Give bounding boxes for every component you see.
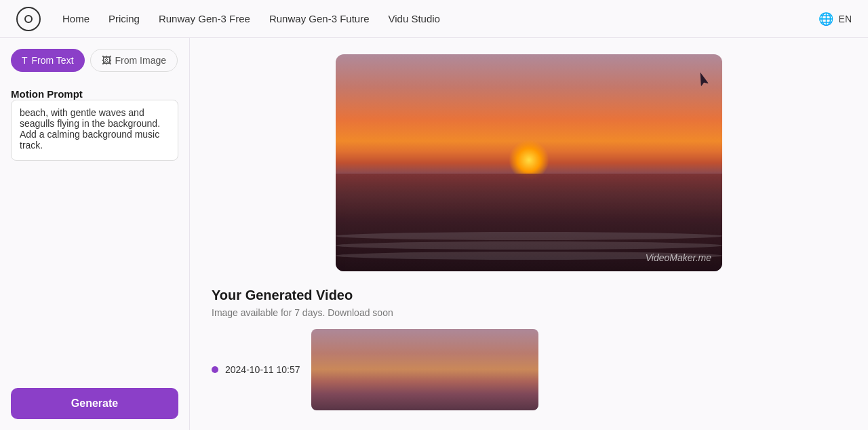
- watermark: VideoMaker.me: [646, 252, 711, 263]
- generated-thumb-overlay: [311, 329, 538, 410]
- nav-link-runway-gen3-future[interactable]: Runway Gen-3 Future: [269, 13, 370, 24]
- generated-title: Your Generated Video: [212, 288, 846, 303]
- generated-timestamp: 2024-10-11 10:57: [225, 364, 300, 375]
- video-preview-bg: VideoMaker.me: [336, 54, 722, 271]
- generated-section: Your Generated Video Image available for…: [212, 288, 846, 410]
- motion-prompt-section: Motion Prompt: [11, 83, 178, 163]
- app-logo[interactable]: [16, 7, 41, 31]
- generated-video-item: 2024-10-11 10:57: [212, 329, 846, 410]
- language-icon: 🌐: [818, 12, 833, 26]
- bird-silhouette: [696, 71, 709, 86]
- image-tab-icon: 🖼: [102, 55, 111, 66]
- content-area: VideoMaker.me Your Generated Video Image…: [190, 38, 868, 430]
- navbar: Home Pricing Runway Gen-3 Free Runway Ge…: [0, 0, 868, 38]
- tab-buttons: T From Text 🖼 From Image: [11, 49, 178, 72]
- bullet-dot: [212, 366, 218, 373]
- generated-thumb[interactable]: [311, 329, 538, 410]
- nav-link-vidu-studio[interactable]: Vidu Studio: [389, 13, 440, 24]
- from-text-label: From Text: [32, 55, 74, 66]
- timestamp-row: 2024-10-11 10:57: [212, 364, 300, 375]
- language-switcher[interactable]: 🌐 EN: [818, 12, 852, 26]
- from-text-tab[interactable]: T From Text: [11, 49, 85, 72]
- nav-link-runway-gen3-free[interactable]: Runway Gen-3 Free: [159, 13, 250, 24]
- from-image-tab[interactable]: 🖼 From Image: [90, 49, 178, 72]
- motion-prompt-label: Motion Prompt: [11, 88, 178, 100]
- wave-1: [336, 232, 722, 240]
- text-tab-icon: T: [22, 55, 28, 66]
- generated-thumb-bg: [311, 329, 538, 410]
- language-label: EN: [839, 14, 852, 24]
- main-layout: T From Text 🖼 From Image Motion Prompt G…: [0, 38, 868, 430]
- motion-prompt-textarea[interactable]: [11, 100, 178, 161]
- from-image-label: From Image: [115, 55, 166, 66]
- logo-inner-circle: [24, 15, 33, 23]
- navbar-links: Home Pricing Runway Gen-3 Free Runway Ge…: [62, 13, 797, 24]
- video-preview: VideoMaker.me: [336, 54, 722, 271]
- nav-link-pricing[interactable]: Pricing: [108, 13, 140, 24]
- nav-link-home[interactable]: Home: [62, 13, 90, 24]
- sidebar: T From Text 🖼 From Image Motion Prompt G…: [0, 38, 190, 430]
- generate-button[interactable]: Generate: [11, 388, 178, 419]
- generated-subtitle: Image available for 7 days. Download soo…: [212, 307, 846, 318]
- wave-2: [336, 241, 722, 250]
